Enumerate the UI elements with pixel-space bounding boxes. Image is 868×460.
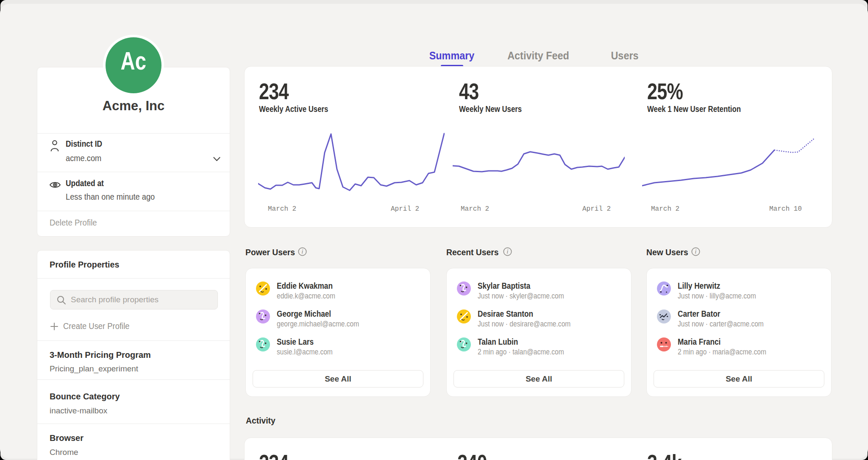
- svg-text:i: i: [695, 248, 696, 255]
- svg-text:i: i: [301, 248, 303, 255]
- svg-text:i: i: [506, 248, 508, 255]
